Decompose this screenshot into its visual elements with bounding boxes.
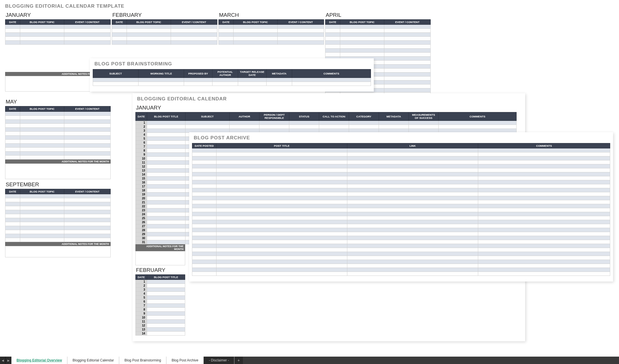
cell[interactable] [347,244,478,248]
table-row[interactable]: 3 [136,288,185,292]
cell[interactable] [259,121,289,125]
cell[interactable] [216,224,347,228]
cell[interactable] [147,332,185,336]
month-table[interactable]: DATE BLOG POST TOPIC EVENT / CONTENT [112,19,217,45]
cell[interactable] [219,33,234,37]
table-row[interactable] [112,41,217,45]
cell[interactable] [147,296,185,300]
cell[interactable]: 6 [136,140,147,144]
cell[interactable] [192,168,216,172]
table-row[interactable] [192,192,610,196]
cell[interactable] [478,248,610,252]
cell[interactable] [5,234,20,238]
cell[interactable] [20,226,64,230]
cell[interactable] [127,41,171,45]
cell[interactable] [325,45,340,49]
cell[interactable] [5,115,20,119]
cell[interactable] [347,168,478,172]
tab-prev-button[interactable]: ◀ [0,357,6,364]
cell[interactable] [478,220,610,224]
cell[interactable] [478,148,610,152]
cell[interactable]: 10 [136,316,147,320]
table-row[interactable] [192,228,610,232]
notes-box[interactable] [135,251,185,265]
cell[interactable] [325,53,340,57]
cell[interactable] [192,232,216,236]
table-row[interactable]: 9 [136,312,185,316]
cell[interactable] [139,78,184,82]
table-row[interactable] [192,208,610,212]
cell[interactable] [192,188,216,192]
sheet-tab-brainstorming[interactable]: Blog Post Brainstorming [119,357,166,364]
cell[interactable]: 30 [136,236,147,240]
cell[interactable] [478,176,610,180]
cell[interactable] [147,236,185,240]
cell[interactable] [478,152,610,156]
table-row[interactable]: 11 [136,320,185,324]
cell[interactable] [192,212,216,216]
cell[interactable]: 4 [136,292,147,296]
cell[interactable]: 11 [136,160,147,164]
cell[interactable] [147,184,185,188]
cell[interactable]: 31 [136,240,147,244]
table-row[interactable] [192,248,610,252]
table-row[interactable]: 2 [136,125,517,129]
sheet-tab-overview[interactable]: Blogging Editorial Overview [11,357,67,364]
cell[interactable] [216,172,347,176]
table-row[interactable] [5,131,111,135]
cell[interactable] [192,260,216,264]
cell[interactable] [20,41,64,45]
table-row[interactable] [192,200,610,204]
cell[interactable] [147,156,185,160]
table-row[interactable] [325,53,431,57]
cell[interactable] [478,160,610,164]
cell[interactable] [478,260,610,264]
cell[interactable] [64,222,111,226]
cell[interactable] [347,196,478,200]
table-row[interactable] [192,268,610,272]
cell[interactable] [147,172,185,176]
cell[interactable] [230,121,259,125]
cell[interactable] [347,232,478,236]
cell[interactable] [20,119,64,123]
cell[interactable] [384,41,431,45]
cell[interactable] [347,192,478,196]
cell[interactable] [5,119,20,123]
cell[interactable] [147,133,185,136]
table-row[interactable] [192,260,610,264]
cell[interactable] [216,216,347,220]
cell[interactable] [347,264,478,268]
cell[interactable] [325,41,340,45]
cell[interactable]: 17 [136,184,147,188]
cell[interactable] [5,238,20,242]
cell[interactable] [147,140,185,144]
cell[interactable] [219,25,234,29]
table-row[interactable]: 2 [136,284,185,288]
cell[interactable] [20,37,64,41]
cell[interactable] [127,29,171,33]
cell[interactable] [147,208,185,212]
table-row[interactable] [5,238,111,242]
cell[interactable] [5,147,20,151]
table-row[interactable] [5,155,111,159]
cell[interactable]: 1 [136,280,147,284]
cell[interactable] [192,216,216,220]
cell[interactable] [384,57,431,61]
cell[interactable]: 27 [136,224,147,228]
table-row[interactable] [5,25,111,29]
table-row[interactable] [5,119,111,123]
cell[interactable] [292,78,371,82]
cell[interactable] [20,135,64,139]
table-row[interactable] [192,216,610,220]
cell[interactable] [478,156,610,160]
cell[interactable] [347,216,478,220]
cell[interactable] [347,164,478,168]
cell[interactable] [64,33,111,37]
table-row[interactable] [219,25,324,29]
cell[interactable] [5,25,20,29]
cell[interactable] [171,37,217,41]
table-row[interactable] [5,147,111,151]
cell[interactable] [478,212,610,216]
cell[interactable] [147,224,185,228]
cell[interactable] [192,244,216,248]
